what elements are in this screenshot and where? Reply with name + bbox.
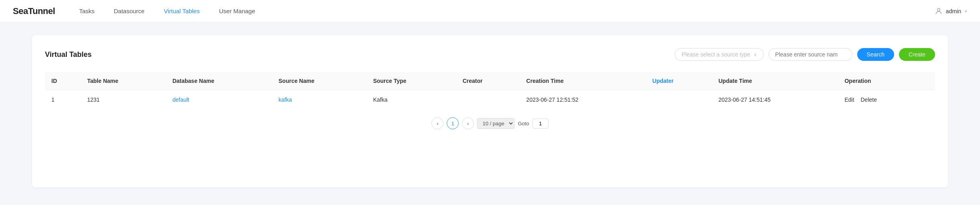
navbar: SeaTunnel Tasks Datasource Virtual Table…: [0, 0, 980, 22]
goto-input[interactable]: [533, 119, 549, 129]
cell-operation: Edit Delete: [838, 90, 935, 110]
col-database-name: Database Name: [166, 72, 272, 90]
cell-updater: [646, 90, 712, 110]
card-actions: Please select a source type ∨ Search Cre…: [675, 48, 935, 61]
col-update-time: Update Time: [712, 72, 838, 90]
col-creator: Creator: [456, 72, 520, 90]
source-name-link[interactable]: kafka: [279, 96, 292, 103]
user-menu[interactable]: admin ∨: [935, 7, 967, 15]
brand-logo: SeaTunnel: [13, 6, 55, 16]
col-source-name: Source Name: [272, 72, 367, 90]
card-header: Virtual Tables Please select a source ty…: [45, 48, 935, 61]
nav-datasource[interactable]: Datasource: [114, 6, 144, 16]
source-type-dropdown[interactable]: Please select a source type ∨: [675, 48, 763, 61]
cell-creator: [456, 90, 520, 110]
delete-link[interactable]: Delete: [860, 96, 876, 103]
col-creation-time: Creation Time: [520, 72, 646, 90]
col-source-type: Source Type: [367, 72, 456, 90]
nav-menu: Tasks Datasource Virtual Tables User Man…: [79, 6, 935, 16]
prev-page-button[interactable]: ‹: [431, 117, 443, 129]
dropdown-chevron-icon: ∨: [754, 52, 757, 57]
cell-database-name: default: [166, 90, 272, 110]
nav-tasks[interactable]: Tasks: [79, 6, 94, 16]
cell-id: 1: [45, 90, 81, 110]
cell-source-name: kafka: [272, 90, 367, 110]
col-id: ID: [45, 72, 81, 90]
user-name: admin: [946, 8, 961, 14]
user-icon: [935, 7, 943, 15]
goto-label: Goto: [518, 121, 529, 127]
pagination: ‹ 1 › 10 / page Goto: [45, 109, 935, 137]
chevron-down-icon: ∨: [964, 9, 967, 13]
cell-creation-time: 2023-06-27 12:51:52: [520, 90, 646, 110]
col-operation: Operation: [838, 72, 935, 90]
source-name-input[interactable]: [769, 48, 852, 61]
cell-source-type: Kafka: [367, 90, 456, 110]
current-page-button[interactable]: 1: [447, 117, 459, 129]
table-header: ID Table Name Database Name Source Name …: [45, 72, 935, 90]
virtual-tables-table: ID Table Name Database Name Source Name …: [45, 72, 935, 109]
table-row: 1 1231 default kafka Kafka 2023-06-27 12…: [45, 90, 935, 110]
prev-icon: ‹: [437, 121, 438, 127]
next-page-button[interactable]: ›: [462, 117, 474, 129]
database-name-link[interactable]: default: [173, 96, 189, 103]
cell-table-name: 1231: [81, 90, 166, 110]
cell-update-time: 2023-06-27 14:51:45: [712, 90, 838, 110]
next-icon: ›: [467, 121, 469, 127]
svg-point-0: [937, 8, 940, 11]
main-content: Virtual Tables Please select a source ty…: [0, 22, 980, 200]
card-title: Virtual Tables: [45, 50, 91, 59]
page-size-select[interactable]: 10 / page: [477, 118, 514, 129]
nav-virtual-tables[interactable]: Virtual Tables: [164, 6, 200, 16]
create-button[interactable]: Create: [899, 48, 935, 61]
edit-link[interactable]: Edit: [844, 96, 854, 103]
source-type-placeholder: Please select a source type: [681, 51, 750, 58]
col-updater: Updater: [646, 72, 712, 90]
search-button[interactable]: Search: [857, 48, 894, 61]
table-body: 1 1231 default kafka Kafka 2023-06-27 12…: [45, 90, 935, 110]
virtual-tables-card: Virtual Tables Please select a source ty…: [32, 35, 948, 187]
nav-user-manage[interactable]: User Manage: [219, 6, 255, 16]
col-table-name: Table Name: [81, 72, 166, 90]
